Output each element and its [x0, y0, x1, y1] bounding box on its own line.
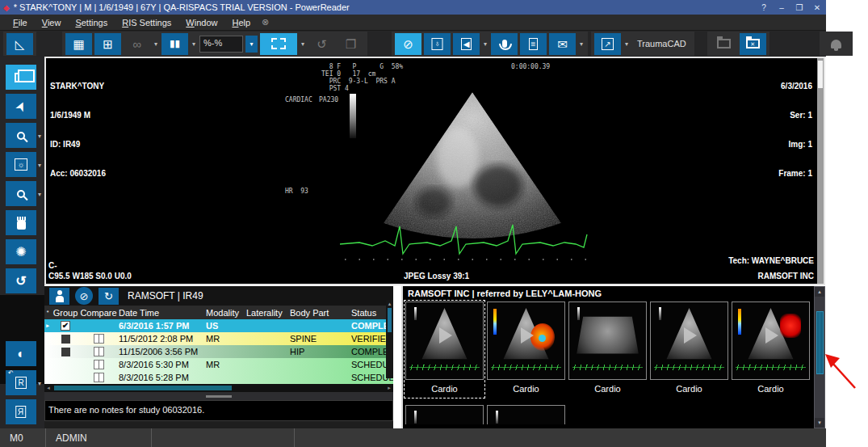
thumbnail[interactable]: Cardio [486, 301, 566, 398]
magnify-button[interactable] [6, 181, 36, 206]
scroll-right-icon[interactable]: ▸ [385, 385, 393, 391]
dictation-play-button[interactable]: ◀ [453, 33, 480, 55]
compass-button[interactable]: ⊘ [395, 33, 421, 55]
microphone-button[interactable] [491, 33, 518, 55]
stereo-dropdown[interactable]: ▾ [153, 40, 159, 48]
col-modality[interactable]: Modality [206, 308, 246, 318]
fit-to-window-button[interactable] [260, 33, 297, 55]
table-hscroll-thumb[interactable] [54, 386, 232, 390]
email-button[interactable]: ✉ [549, 33, 576, 55]
window-level-dropdown[interactable]: ▾ [38, 162, 41, 169]
menu-file[interactable]: File [6, 16, 34, 29]
group-checkbox[interactable] [61, 335, 70, 344]
table-row[interactable]: 11/15/2006 3:56 PM HIP COMPLETED [44, 345, 393, 358]
scroll-up-icon[interactable]: ▴ [386, 300, 393, 307]
export-dropdown[interactable]: ▾ [623, 40, 630, 48]
invert-button[interactable]: ◐ [6, 341, 36, 366]
table-row[interactable]: 11/5/2012 2:08 PM MR SPINE VERIFIED [44, 332, 393, 345]
scroll-down-icon[interactable]: ▾ [815, 418, 824, 428]
angle-measure-button[interactable]: ◺ [6, 33, 33, 55]
email-dropdown[interactable]: ▾ [578, 40, 585, 48]
refresh-button[interactable]: ↻ [99, 288, 119, 305]
table-vertical-scrollbar[interactable]: ▴ [386, 300, 393, 378]
cine-film-button[interactable]: ❐ [338, 33, 364, 55]
reset-rotate-button[interactable]: ↺ [6, 268, 36, 293]
columns-dropdown[interactable]: ▾ [191, 40, 197, 48]
table-row[interactable]: ▸ ✔ 6/3/2016 1:57 PM US COMPLETED [44, 319, 393, 332]
scroll-left-icon[interactable]: ◂ [44, 385, 52, 391]
minimize-button[interactable]: – [773, 3, 790, 12]
panel-splitter[interactable] [44, 392, 393, 400]
col-compare[interactable]: Compare [80, 308, 117, 318]
zoom-combo-dropdown[interactable]: ▾ [245, 36, 258, 53]
menu-window[interactable]: Window [179, 16, 224, 29]
close-study-button[interactable]: ✕ [740, 33, 766, 55]
table-row[interactable]: 8/3/2016 5:28 PM SCHEDULED [44, 371, 393, 384]
key-image-button[interactable]: ♀ [424, 33, 451, 55]
traumacad-label[interactable]: TraumaCAD [637, 39, 686, 48]
stack-navigation-button[interactable] [6, 65, 36, 90]
fit-dropdown[interactable]: ▾ [300, 40, 306, 48]
col-datetime[interactable]: Date Time [117, 308, 206, 318]
thumbnail-image[interactable] [732, 302, 810, 380]
group-checkbox[interactable] [61, 348, 70, 356]
col-laterality[interactable]: Laterality [246, 308, 290, 318]
thumbnail[interactable] [405, 404, 484, 425]
stereo-button[interactable]: ∞ [124, 33, 150, 55]
thumbnail[interactable]: Cardio [405, 301, 484, 398]
restore-button[interactable]: ❐ [790, 3, 808, 12]
col-bodypart[interactable]: Body Part [290, 308, 351, 318]
help-button[interactable]: ? [755, 3, 773, 12]
thumbnail-image[interactable] [650, 302, 728, 380]
image-viewport[interactable]: STARK^TONY 1/6/1949 M ID: IR49 Acc: 0603… [44, 57, 825, 285]
flip-image-button[interactable]: R [6, 399, 36, 424]
compare-checkbox[interactable] [94, 373, 104, 382]
pointer-tool-button[interactable]: ➤ [6, 94, 36, 119]
col-group[interactable]: Group [51, 308, 80, 318]
splitter-handle[interactable] [206, 395, 232, 398]
rotate-dropdown[interactable]: ▾ [38, 380, 41, 387]
group-checkbox[interactable]: ✔ [61, 321, 70, 331]
export-image-button[interactable]: ↗ [594, 33, 621, 55]
wl-presets-button[interactable]: ✺ [6, 239, 36, 264]
table-horizontal-scrollbar[interactable]: ◂ ▸ [44, 384, 393, 392]
menu-overflow-icon[interactable]: ⊗ [262, 17, 269, 27]
window-level-button[interactable]: ☼ [6, 152, 36, 177]
notifications-button[interactable] [823, 33, 849, 55]
study-compass-button[interactable]: ⊘ [75, 287, 93, 305]
zoom-combo[interactable]: %-% [199, 36, 243, 53]
rotate-image-button[interactable]: R↶ [6, 370, 36, 395]
scroll-up-icon[interactable]: ▴ [815, 287, 824, 297]
menu-view[interactable]: View [36, 16, 68, 29]
menu-ris-settings[interactable]: RIS Settings [115, 16, 178, 29]
menu-help[interactable]: Help [225, 16, 257, 29]
close-button[interactable]: ✕ [808, 3, 826, 12]
table-vscroll-thumb[interactable] [388, 308, 392, 332]
thumbnail[interactable]: Cardio [649, 301, 729, 398]
viewer-scrollbar[interactable] [817, 58, 824, 284]
viewer-scrollbar-thumb[interactable] [818, 61, 823, 88]
thumbnail[interactable]: Cardio [568, 301, 648, 398]
open-study-speaker-button[interactable] [711, 33, 737, 55]
patient-button[interactable] [49, 288, 69, 305]
thumbnail-image[interactable] [568, 302, 647, 380]
menu-settings[interactable]: Settings [69, 16, 114, 29]
zoom-speed-button[interactable] [6, 123, 36, 148]
thumbnail[interactable] [486, 404, 566, 425]
compare-checkbox[interactable] [94, 347, 104, 356]
report-button[interactable]: ≡ [520, 33, 547, 55]
compare-checkbox[interactable] [94, 334, 104, 344]
thumbnail-image[interactable] [405, 302, 484, 380]
zoom-speed-dropdown[interactable]: ▾ [38, 133, 41, 140]
dictation-dropdown[interactable]: ▾ [482, 40, 489, 48]
magnify-dropdown[interactable]: ▾ [38, 191, 41, 198]
pan-button[interactable] [6, 210, 36, 235]
table-row[interactable]: 8/3/2016 5:30 PM MR SCHEDULED [44, 358, 393, 371]
compare-checkbox[interactable] [94, 360, 104, 369]
thumbnail-image[interactable] [487, 302, 565, 380]
grid-layout-button[interactable]: ▦ [65, 33, 92, 55]
thumbnail[interactable]: Cardio [731, 301, 811, 398]
compare-columns-button[interactable]: ▮▮ [161, 33, 188, 55]
undo-button[interactable]: ↺ [308, 33, 335, 55]
window-layout-button[interactable]: ⊞ [94, 33, 121, 55]
